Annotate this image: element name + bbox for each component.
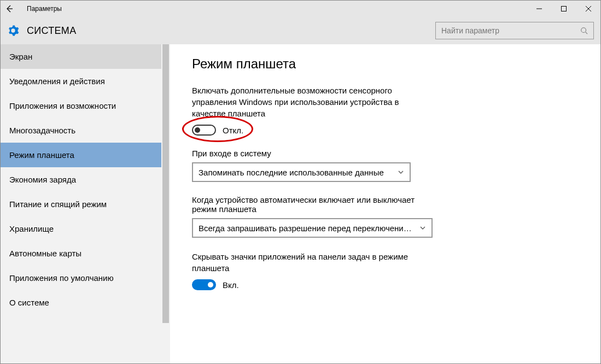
chevron-down-icon — [419, 225, 426, 231]
sidebar-item-label: Экономия заряда — [9, 175, 76, 184]
sidebar-scrollbar[interactable] — [161, 44, 170, 363]
back-button[interactable] — [5, 1, 27, 17]
minimize-icon — [536, 6, 542, 11]
sidebar-item-6[interactable]: Питание и спящий режим — [1, 192, 170, 216]
setting-label: При входе в систему — [192, 149, 433, 158]
autoswitch-dropdown[interactable]: Всегда запрашивать разрешение перед пере… — [192, 218, 433, 238]
sidebar-item-label: Режим планшета — [9, 150, 74, 160]
setting-label: Когда устройство автоматически включает … — [192, 195, 433, 214]
svg-point-1 — [581, 28, 586, 33]
setting-hide-icons: Скрывать значки приложений на панели зад… — [192, 251, 433, 290]
toggle-label: Откл. — [223, 126, 243, 135]
window-title: Параметры — [27, 5, 62, 13]
sidebar-item-label: Экран — [9, 52, 32, 61]
sidebar-item-label: Уведомления и действия — [9, 77, 105, 86]
sidebar-item-label: О системе — [9, 298, 49, 307]
sidebar-item-1[interactable]: Уведомления и действия — [1, 69, 170, 93]
sidebar-item-8[interactable]: Автономные карты — [1, 241, 170, 266]
minimize-button[interactable] — [527, 1, 551, 17]
signin-dropdown[interactable]: Запоминать последние использованные данн… — [192, 162, 411, 182]
svg-rect-0 — [561, 7, 566, 11]
chevron-down-icon — [398, 169, 404, 175]
sidebar-item-label: Приложения и возможности — [9, 101, 116, 110]
sidebar-item-4[interactable]: Режим планшета — [1, 143, 170, 167]
header: СИСТЕМА — [1, 17, 600, 44]
close-button[interactable] — [576, 1, 600, 17]
sidebar-item-5[interactable]: Экономия заряда — [1, 167, 170, 192]
scrollbar-thumb[interactable] — [162, 44, 169, 323]
search-input[interactable] — [440, 26, 580, 36]
sidebar-item-7[interactable]: Хранилище — [1, 216, 170, 241]
setting-autoswitch: Когда устройство автоматически включает … — [192, 195, 433, 238]
dropdown-value: Всегда запрашивать разрешение перед пере… — [199, 224, 416, 233]
tablet-mode-toggle[interactable] — [192, 125, 216, 136]
maximize-icon — [561, 6, 567, 11]
dropdown-value: Запоминать последние использованные данн… — [199, 168, 394, 177]
search-box[interactable] — [435, 22, 594, 39]
sidebar-item-10[interactable]: О системе — [1, 290, 170, 315]
sidebar-item-0[interactable]: Экран — [1, 44, 170, 69]
search-icon — [580, 27, 589, 34]
main-panel: Режим планшета Включать дополнительные в… — [170, 44, 600, 363]
sidebar-item-label: Многозадачность — [9, 126, 75, 135]
header-title: СИСТЕМА — [27, 25, 76, 37]
sidebar-item-label: Автономные карты — [9, 249, 81, 258]
titlebar: Параметры — [1, 1, 600, 17]
maximize-button[interactable] — [551, 1, 576, 17]
sidebar-item-3[interactable]: Многозадачность — [1, 118, 170, 143]
gear-icon — [7, 25, 19, 37]
close-icon — [586, 6, 591, 11]
sidebar-item-label: Приложения по умолчанию — [9, 273, 114, 283]
setting-desc: Включать дополнительные возможности сенс… — [192, 85, 433, 119]
content: ЭкранУведомления и действияПриложения и … — [1, 44, 600, 363]
hide-icons-toggle[interactable] — [192, 279, 216, 290]
setting-signin: При входе в систему Запоминать последние… — [192, 149, 433, 182]
sidebar-item-2[interactable]: Приложения и возможности — [1, 93, 170, 118]
sidebar-item-9[interactable]: Приложения по умолчанию — [1, 266, 170, 290]
sidebar-item-label: Хранилище — [9, 224, 54, 233]
toggle-label: Вкл. — [223, 280, 239, 290]
setting-desc: Скрывать значки приложений на панели зад… — [192, 251, 433, 274]
sidebar-item-label: Питание и спящий режим — [9, 199, 107, 209]
sidebar: ЭкранУведомления и действияПриложения и … — [1, 44, 170, 363]
arrow-left-icon — [5, 4, 14, 13]
page-title: Режим планшета — [192, 56, 579, 72]
setting-tablet-mode: Включать дополнительные возможности сенс… — [192, 85, 433, 136]
